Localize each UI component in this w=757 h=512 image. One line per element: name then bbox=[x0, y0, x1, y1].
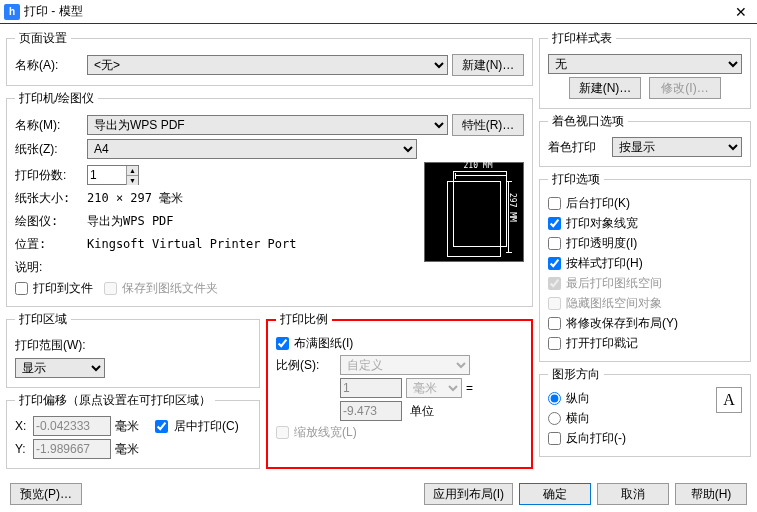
hidespace-label: 隐藏图纸空间对象 bbox=[566, 295, 662, 312]
save-sheet-checkbox bbox=[104, 282, 117, 295]
plotter-value: 导出为WPS PDF bbox=[87, 213, 174, 230]
range-label: 打印范围(W): bbox=[15, 337, 86, 354]
orientation-legend: 图形方向 bbox=[548, 366, 604, 383]
desc-label: 说明: bbox=[15, 259, 83, 276]
lastspace-checkbox bbox=[548, 277, 561, 290]
paper-size-label: 纸张大小: bbox=[15, 190, 83, 207]
y-label: Y: bbox=[15, 442, 29, 456]
reverse-checkbox[interactable] bbox=[548, 432, 561, 445]
scale-num-unit-select: 毫米 bbox=[406, 378, 462, 398]
lastspace-label: 最后打印图纸空间 bbox=[566, 275, 662, 292]
spin-down-icon[interactable]: ▼ bbox=[126, 176, 138, 185]
preview-button[interactable]: 预览(P)… bbox=[10, 483, 82, 505]
equals-label: = bbox=[466, 381, 473, 395]
bystyle-checkbox[interactable] bbox=[548, 257, 561, 270]
hidespace-checkbox bbox=[548, 297, 561, 310]
paper-preview: 210 MM 297 MM bbox=[424, 162, 524, 262]
scale-lw-label: 缩放线宽(L) bbox=[294, 424, 357, 441]
save-sheet-label: 保存到图纸文件夹 bbox=[122, 280, 218, 297]
x-label: X: bbox=[15, 419, 29, 433]
orientation-group: 图形方向 纵向 横向 反向打印(-) A bbox=[539, 366, 751, 457]
help-button[interactable]: 帮助(H) bbox=[675, 483, 747, 505]
paper-select[interactable]: A4 bbox=[87, 139, 417, 159]
scale-den-unit: 单位 bbox=[410, 403, 434, 420]
x-unit: 毫米 bbox=[115, 418, 139, 435]
reverse-label: 反向打印(-) bbox=[566, 430, 626, 447]
preview-height-label: 297 MM bbox=[508, 193, 517, 222]
fit-checkbox[interactable] bbox=[276, 337, 289, 350]
savelayout-label: 将修改保存到布局(Y) bbox=[566, 315, 678, 332]
print-offset-group: 打印偏移（原点设置在可打印区域） X: 毫米 居中打印(C) Y: 毫米 bbox=[6, 392, 260, 469]
print-options-group: 打印选项 后台打印(K) 打印对象线宽 打印透明度(I) 按样式打印(H) 最后… bbox=[539, 171, 751, 362]
bg-checkbox[interactable] bbox=[548, 197, 561, 210]
portrait-radio[interactable] bbox=[548, 392, 561, 405]
spin-up-icon[interactable]: ▲ bbox=[126, 166, 138, 176]
x-input bbox=[33, 416, 111, 436]
app-icon: h bbox=[4, 4, 20, 20]
trans-label: 打印透明度(I) bbox=[566, 235, 637, 252]
y-input bbox=[33, 439, 111, 459]
portrait-label: 纵向 bbox=[566, 390, 590, 407]
style-table-legend: 打印样式表 bbox=[548, 30, 616, 47]
style-table-group: 打印样式表 无 新建(N)… 修改(I)… bbox=[539, 30, 751, 109]
range-select[interactable]: 显示 bbox=[15, 358, 105, 378]
stamp-checkbox[interactable] bbox=[548, 337, 561, 350]
printer-legend: 打印机/绘图仪 bbox=[15, 90, 98, 107]
center-label: 居中打印(C) bbox=[174, 418, 239, 435]
location-label: 位置: bbox=[15, 236, 83, 253]
page-setup-legend: 页面设置 bbox=[15, 30, 71, 47]
location-value: Kingsoft Virtual Printer Port bbox=[87, 237, 297, 251]
savelayout-checkbox[interactable] bbox=[548, 317, 561, 330]
scale-num-input bbox=[340, 378, 402, 398]
print-scale-group: 打印比例 布满图纸(I) 比例(S): 自定义 毫米 = bbox=[266, 311, 533, 469]
ratio-select: 自定义 bbox=[340, 355, 470, 375]
printer-name-select[interactable]: 导出为WPS PDF bbox=[87, 115, 448, 135]
style-new-button[interactable]: 新建(N)… bbox=[569, 77, 641, 99]
lw-label: 打印对象线宽 bbox=[566, 215, 638, 232]
stamp-label: 打开打印戳记 bbox=[566, 335, 638, 352]
titlebar: h 打印 - 模型 ✕ bbox=[0, 0, 757, 24]
lw-checkbox[interactable] bbox=[548, 217, 561, 230]
page-setup-name-label: 名称(A): bbox=[15, 57, 83, 74]
preview-width-label: 210 MM bbox=[445, 161, 511, 170]
print-area-legend: 打印区域 bbox=[15, 311, 71, 328]
window-title: 打印 - 模型 bbox=[24, 3, 729, 20]
style-table-select[interactable]: 无 bbox=[548, 54, 742, 74]
bystyle-label: 按样式打印(H) bbox=[566, 255, 643, 272]
viewport-legend: 着色视口选项 bbox=[548, 113, 628, 130]
scale-lw-checkbox bbox=[276, 426, 289, 439]
print-to-file-label: 打印到文件 bbox=[33, 280, 93, 297]
close-icon[interactable]: ✕ bbox=[729, 2, 753, 22]
shade-label: 着色打印 bbox=[548, 139, 608, 156]
copies-spinner[interactable]: ▲▼ bbox=[87, 165, 139, 185]
print-area-group: 打印区域 打印范围(W): 显示 bbox=[6, 311, 260, 388]
shade-select[interactable]: 按显示 bbox=[612, 137, 742, 157]
print-offset-legend: 打印偏移（原点设置在可打印区域） bbox=[15, 392, 215, 409]
paper-label: 纸张(Z): bbox=[15, 141, 83, 158]
ok-button[interactable]: 确定 bbox=[519, 483, 591, 505]
fit-label: 布满图纸(I) bbox=[294, 335, 353, 352]
orientation-icon: A bbox=[716, 387, 742, 413]
viewport-group: 着色视口选项 着色打印 按显示 bbox=[539, 113, 751, 167]
plotter-label: 绘图仪: bbox=[15, 213, 83, 230]
print-to-file-checkbox[interactable] bbox=[15, 282, 28, 295]
printer-group: 打印机/绘图仪 名称(M): 导出为WPS PDF 特性(R)… 纸张(Z): … bbox=[6, 90, 533, 307]
footer: 预览(P)… 应用到布局(I) 确定 取消 帮助(H) bbox=[0, 476, 757, 512]
page-setup-new-button[interactable]: 新建(N)… bbox=[452, 54, 524, 76]
center-checkbox[interactable] bbox=[155, 420, 168, 433]
page-setup-name-select[interactable]: <无> bbox=[87, 55, 448, 75]
printer-props-button[interactable]: 特性(R)… bbox=[452, 114, 524, 136]
ratio-label: 比例(S): bbox=[276, 357, 336, 374]
landscape-radio[interactable] bbox=[548, 412, 561, 425]
print-options-legend: 打印选项 bbox=[548, 171, 604, 188]
cancel-button[interactable]: 取消 bbox=[597, 483, 669, 505]
y-unit: 毫米 bbox=[115, 441, 139, 458]
scale-den-input bbox=[340, 401, 402, 421]
trans-checkbox[interactable] bbox=[548, 237, 561, 250]
printer-name-label: 名称(M): bbox=[15, 117, 83, 134]
page-setup-group: 页面设置 名称(A): <无> 新建(N)… bbox=[6, 30, 533, 86]
style-edit-button: 修改(I)… bbox=[649, 77, 721, 99]
landscape-label: 横向 bbox=[566, 410, 590, 427]
apply-layout-button[interactable]: 应用到布局(I) bbox=[424, 483, 513, 505]
copies-label: 打印份数: bbox=[15, 167, 83, 184]
